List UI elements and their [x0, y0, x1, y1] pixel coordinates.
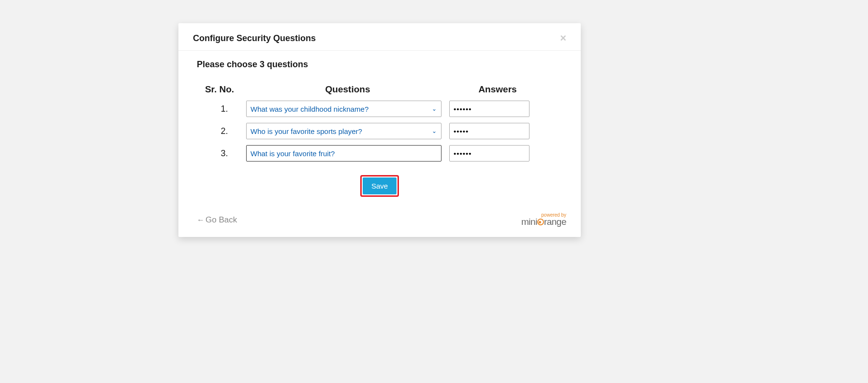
answer-input-3[interactable]	[449, 145, 530, 162]
go-back-link[interactable]: ← Go Back	[197, 215, 237, 225]
save-button-wrap: Save	[193, 175, 566, 197]
save-button[interactable]: Save	[363, 177, 397, 194]
question-select-2[interactable]: Who is your favorite sports player?	[246, 123, 441, 139]
close-icon[interactable]: ×	[560, 33, 566, 44]
save-button-highlight: Save	[360, 175, 399, 197]
security-questions-modal: Configure Security Questions × Please ch…	[178, 23, 581, 237]
brand-suffix: range	[544, 217, 566, 227]
brand-prefix: mini	[521, 217, 537, 227]
header-questions: Questions	[246, 84, 449, 95]
answer-input-1[interactable]	[449, 101, 530, 117]
question-select-wrap-2: Who is your favorite sports player? ⌄	[246, 123, 441, 139]
go-back-label: Go Back	[206, 215, 237, 225]
table-headers: Sr. No. Questions Answers	[193, 84, 566, 95]
modal-title: Configure Security Questions	[193, 33, 316, 44]
brand-o-icon	[537, 217, 544, 227]
answer-input-2[interactable]	[449, 123, 530, 139]
header-answers: Answers	[449, 84, 546, 95]
question-row-3: 3.	[193, 145, 566, 162]
header-srno: Sr. No.	[193, 84, 246, 95]
question-row-2: 2. Who is your favorite sports player? ⌄	[193, 123, 566, 139]
modal-body: Please choose 3 questions Sr. No. Questi…	[178, 51, 581, 207]
question-text-wrap-3	[246, 145, 441, 162]
question-select-1[interactable]: What was your childhood nickname?	[246, 101, 441, 117]
instruction-text: Please choose 3 questions	[193, 59, 566, 70]
modal-header: Configure Security Questions ×	[178, 23, 581, 51]
row-number-1: 1.	[193, 104, 246, 114]
row-number-3: 3.	[193, 148, 246, 159]
question-row-1: 1. What was your childhood nickname? ⌄	[193, 101, 566, 117]
modal-footer: ← Go Back powered by minirange	[178, 212, 581, 237]
question-text-3[interactable]	[246, 145, 441, 162]
powered-by: powered by minirange	[521, 212, 566, 227]
arrow-left-icon: ←	[197, 216, 205, 224]
question-select-wrap-1: What was your childhood nickname? ⌄	[246, 101, 441, 117]
row-number-2: 2.	[193, 126, 246, 136]
brand-logo: minirange	[521, 217, 566, 227]
